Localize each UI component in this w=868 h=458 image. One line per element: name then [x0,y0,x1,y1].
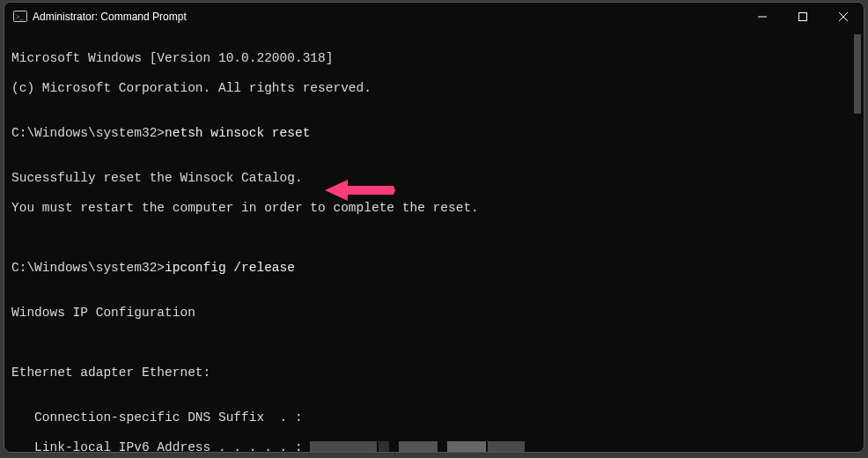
titlebar[interactable]: >_ Administrator: Command Prompt [4,3,864,31]
maximize-button[interactable] [783,3,823,31]
minimize-button[interactable] [742,3,783,31]
output-line: You must restart the computer in order t… [11,201,857,216]
output-line: Ethernet adapter Ethernet: [11,366,857,380]
output-line: Connection-specific DNS Suffix . : [11,410,857,425]
window-controls [742,3,864,31]
redacted-value [379,441,389,452]
typed-command: netsh winsock reset [165,126,310,140]
typed-command: ipconfig /release [165,261,295,275]
redacted-value [488,441,525,452]
output-line: (c) Microsoft Corporation. All rights re… [11,81,857,96]
output-line: Link-local IPv6 Address . . . . . : [11,440,857,452]
svg-text:>_: >_ [16,13,25,21]
prompt-path: C:\Windows\system32> [11,261,165,275]
close-button[interactable] [823,3,864,31]
output-line: Microsoft Windows [Version 10.0.22000.31… [11,51,857,66]
output-line: Windows IP Configuration [11,306,857,321]
prompt-path: C:\Windows\system32> [11,126,165,140]
redacted-value [447,441,486,452]
window-title: Administrator: Command Prompt [33,11,187,23]
output-text: Link-local IPv6 Address . . . . . : [11,440,310,452]
redacted-value [399,441,438,452]
output-line: Sucessfully reset the Winsock Catalog. [11,171,857,186]
terminal-output[interactable]: Microsoft Windows [Version 10.0.22000.31… [4,31,864,452]
cmd-icon: >_ [13,10,27,24]
command-prompt-window: >_ Administrator: Command Prompt Microso… [4,2,864,453]
prompt-line: C:\Windows\system32>netsh winsock reset [11,126,857,141]
prompt-line: C:\Windows\system32>ipconfig /release [11,261,857,276]
svg-rect-3 [799,13,807,21]
redacted-value [310,441,377,452]
scrollbar-thumb[interactable] [854,34,861,114]
